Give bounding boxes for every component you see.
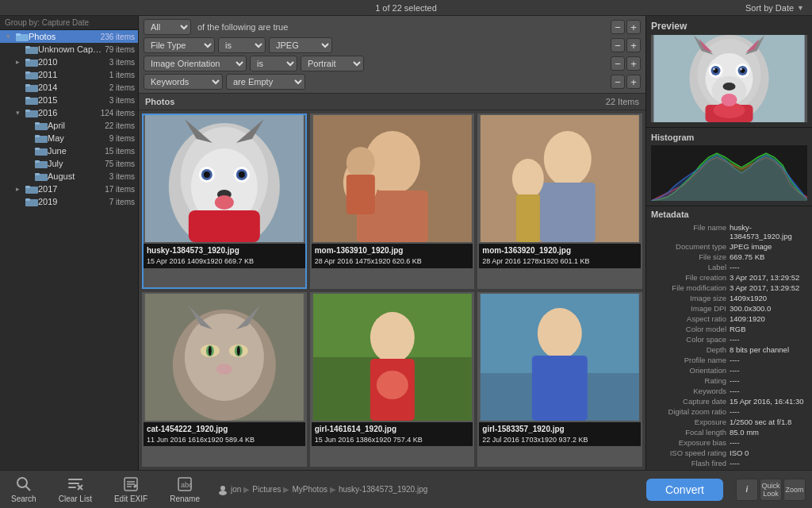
meta-value: ---- xyxy=(730,263,807,271)
sidebar-item-april[interactable]: April 22 items xyxy=(0,119,138,132)
filter-operator-select-2[interactable]: is xyxy=(250,56,297,71)
sidebar-item-label: May xyxy=(48,133,106,143)
sidebar-item-2016[interactable]: ▾ 2016 124 items xyxy=(0,106,138,119)
meta-label: File name xyxy=(651,223,726,241)
sidebar-item-label: August xyxy=(48,171,106,181)
folder-icon xyxy=(25,184,38,194)
meta-value: JPEG image xyxy=(730,242,807,251)
svg-text:abc: abc xyxy=(181,481,193,489)
svg-point-68 xyxy=(370,312,414,363)
info-tab-button[interactable]: i xyxy=(736,479,758,501)
photo-filename: mom-1363920_1920.jpg xyxy=(482,245,638,256)
meta-label: Document type xyxy=(651,242,726,251)
filter-scope-select[interactable]: All Any xyxy=(144,19,191,35)
edit-exif-label: Edit EXIF xyxy=(114,495,147,503)
sidebar-item-photos[interactable]: ▾ Photos 236 items xyxy=(0,30,138,43)
sidebar-item-2019[interactable]: 2019 7 items xyxy=(0,195,138,208)
preview-thumbnail xyxy=(651,35,807,122)
photo-cell-p2[interactable]: mom-1363910_1920.jpg 28 Apr 2016 1475x19… xyxy=(310,114,475,289)
sidebar-item-2017[interactable]: ▸ 2017 17 items xyxy=(0,183,138,195)
edit-exif-tool[interactable]: Edit EXIF xyxy=(109,474,152,505)
search-tool[interactable]: Search xyxy=(6,474,41,505)
svg-rect-23 xyxy=(35,173,40,175)
filter-field-select-3[interactable]: Keywords xyxy=(144,74,223,90)
add-filter-row1-button[interactable]: + xyxy=(626,38,641,52)
rename-tool[interactable]: abc Rename xyxy=(165,474,205,505)
quicklook-tab-button[interactable]: Quick Look xyxy=(760,479,782,501)
svg-point-64 xyxy=(237,346,240,356)
svg-point-65 xyxy=(216,364,232,375)
meta-row: Depth8 bits per channel xyxy=(651,344,807,355)
sidebar-item-august[interactable]: August 3 items xyxy=(0,170,138,183)
zoom-tab-button[interactable]: Zoom xyxy=(783,479,806,501)
add-filter-row3-button[interactable]: + xyxy=(626,75,641,89)
meta-label: Aspect ratio xyxy=(651,314,726,323)
sidebar-item-label: June xyxy=(48,146,102,156)
sort-label[interactable]: Sort by Date xyxy=(745,3,794,13)
svg-rect-3 xyxy=(25,46,30,48)
convert-button[interactable]: Convert xyxy=(646,479,723,501)
meta-value: RGB xyxy=(730,325,807,333)
photo-details: 15 Apr 2016 1409x1920 669.7 KB xyxy=(147,256,302,267)
preview-title: Preview xyxy=(651,21,807,32)
photo-cell-p1[interactable]: husky-1384573_1920.jpg 15 Apr 2016 1409x… xyxy=(142,114,307,289)
top-bar: 1 of 22 selected Sort by Date ▼ xyxy=(0,0,812,16)
photo-cell-p5[interactable]: girl-1461614_1920.jpg 15 Jun 2016 1386x1… xyxy=(310,292,475,468)
svg-point-56 xyxy=(185,314,264,401)
filter-value-select-2[interactable]: Portrait xyxy=(301,56,364,71)
sidebar-item-count: 7 items xyxy=(109,198,135,206)
remove-filter-button[interactable]: − xyxy=(611,20,625,34)
svg-rect-19 xyxy=(35,148,40,150)
folder-icon xyxy=(35,121,48,130)
meta-row: Exposure1/2500 sec at f/1.8 xyxy=(651,417,807,427)
sidebar-item-2011[interactable]: 2011 1 items xyxy=(0,68,138,81)
meta-label: Digital zoom ratio xyxy=(651,407,726,416)
sidebar-item-june[interactable]: June 15 items xyxy=(0,144,138,157)
svg-rect-103 xyxy=(68,479,82,480)
clear-list-tool[interactable]: Clear List xyxy=(54,474,97,505)
sidebar-item-count: 3 items xyxy=(109,96,135,105)
sidebar-item-2014[interactable]: 2014 2 items xyxy=(0,81,138,94)
sidebar-item-label: 2014 xyxy=(38,83,106,92)
sidebar-item-label: Unknown Captur... xyxy=(38,44,102,54)
meta-row: Keywords---- xyxy=(651,386,807,396)
svg-point-47 xyxy=(346,147,374,179)
filter-field-select-2[interactable]: Image Orientation xyxy=(144,56,247,71)
svg-rect-25 xyxy=(25,186,30,188)
add-filter-row2-button[interactable]: + xyxy=(626,56,641,71)
arrow-icon: ▸ xyxy=(16,185,25,193)
photo-cell-p6[interactable]: girl-1583357_1920.jpg 22 Jul 2016 1703x1… xyxy=(477,292,642,468)
sidebar-item-may[interactable]: May 9 items xyxy=(0,132,138,144)
breadcrumb: jon ▶ Pictures ▶ MyPhotos ▶ husky-138457… xyxy=(217,484,634,495)
metadata-title: Metadata xyxy=(651,210,807,219)
sidebar-item-label: 2010 xyxy=(38,57,106,67)
filter-field-select-1[interactable]: File Type xyxy=(144,37,215,53)
photo-cell-p4[interactable]: cat-1454222_1920.jpg 11 Jun 2016 1616x19… xyxy=(142,292,307,468)
svg-rect-51 xyxy=(540,183,596,242)
svg-rect-27 xyxy=(25,198,30,201)
remove-filter-row3-button[interactable]: − xyxy=(611,75,625,89)
filter-operator-select-3[interactable]: are Empty xyxy=(226,74,305,90)
filter-operator-select-1[interactable]: is xyxy=(218,37,266,53)
remove-filter-row2-button[interactable]: − xyxy=(611,56,625,71)
folder-icon xyxy=(16,32,29,41)
filter-value-select-1[interactable]: JPEG xyxy=(269,37,332,53)
sidebar-item-unknown[interactable]: Unknown Captur... 79 items xyxy=(0,43,138,56)
meta-label: Rating xyxy=(651,376,726,385)
photo-cell-p3[interactable]: mom-1363920_1920.jpg 28 Apr 2016 1278x19… xyxy=(477,114,642,289)
sidebar-item-count: 124 items xyxy=(101,109,135,117)
sidebar-item-label: 2011 xyxy=(38,70,106,79)
sidebar-item-label: 2016 xyxy=(38,108,98,117)
sidebar-item-2010[interactable]: ▸ 2010 3 items xyxy=(0,56,138,68)
metadata-section: Metadata File namehusky-1384573_1920.jpg… xyxy=(646,206,812,470)
folder-icon xyxy=(25,83,38,92)
photo-info: mom-1363920_1920.jpg 28 Apr 2016 1278x19… xyxy=(479,244,641,268)
sidebar-item-2015[interactable]: 2015 3 items xyxy=(0,94,138,106)
add-filter-button[interactable]: + xyxy=(626,20,641,34)
remove-filter-row1-button[interactable]: − xyxy=(611,38,625,52)
folder-icon xyxy=(25,108,38,117)
sidebar-item-july[interactable]: July 75 items xyxy=(0,157,138,170)
selected-count: 1 of 22 selected xyxy=(375,3,437,13)
meta-row: Color space---- xyxy=(651,334,807,344)
meta-value: ---- xyxy=(730,407,807,416)
